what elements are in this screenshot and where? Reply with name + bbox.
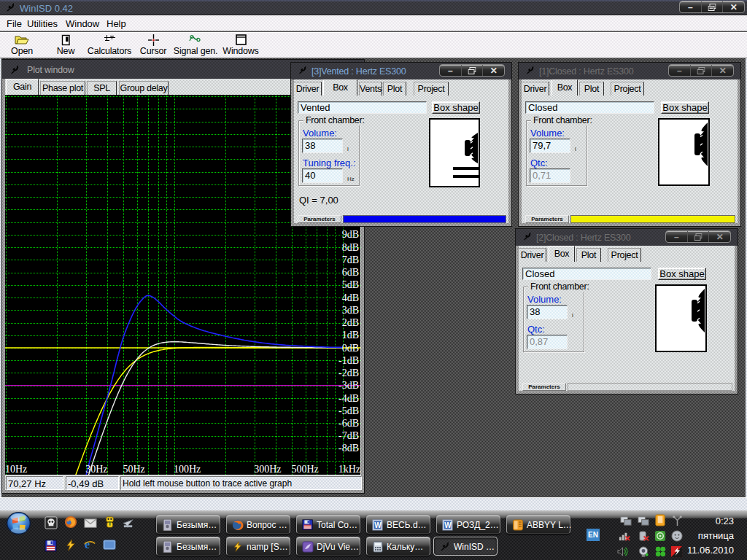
svg-text:-6dB: -6dB [338,418,359,429]
svg-text:5dB: 5dB [342,279,359,290]
svg-text:W: W [444,521,452,529]
svg-text:1kHz: 1kHz [338,464,360,475]
svg-text:-1dB: -1dB [338,355,359,366]
svg-text:300Hz: 300Hz [254,464,281,475]
svg-text:500Hz: 500Hz [292,464,319,475]
svg-text:-2dB: -2dB [338,368,359,378]
svg-text:6dB: 6dB [342,267,359,278]
svg-text:1dB: 1dB [342,330,359,341]
svg-text:30Hz: 30Hz [85,464,107,475]
svg-text:50Hz: 50Hz [123,464,145,475]
svg-text:8dB: 8dB [342,242,359,253]
svg-text:3dB: 3dB [342,305,359,316]
svg-text:2dB: 2dB [342,317,359,328]
svg-text:4dB: 4dB [342,292,359,303]
svg-text:-8dB: -8dB [338,443,359,454]
svg-text:e: e [85,538,90,551]
svg-text:-7dB: -7dB [338,430,359,441]
svg-text:-3dB: -3dB [338,380,359,391]
svg-text:100Hz: 100Hz [174,464,201,475]
svg-text:-4dB: -4dB [338,393,359,404]
svg-text:-5dB: -5dB [338,405,359,416]
svg-text:W: W [374,521,382,529]
svg-text:9dB: 9dB [342,229,359,240]
svg-text:0dB: 0dB [342,343,359,354]
svg-text:7dB: 7dB [342,254,359,265]
svg-text:10Hz: 10Hz [5,464,27,475]
